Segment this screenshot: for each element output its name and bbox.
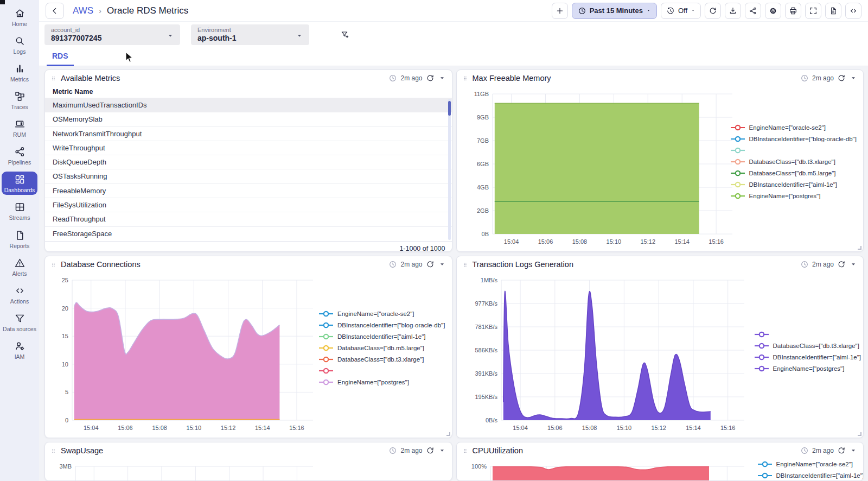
docs-button[interactable]: [825, 3, 841, 19]
sidebar-item-home[interactable]: Home: [2, 5, 37, 29]
share-button[interactable]: [745, 3, 761, 19]
print-button[interactable]: [785, 3, 801, 19]
back-button[interactable]: [46, 3, 64, 19]
pipelines-icon: [14, 146, 25, 157]
refresh-icon[interactable]: [426, 260, 435, 269]
sidebar-item-pipelines[interactable]: Pipelines: [2, 144, 37, 167]
legend-item[interactable]: EngineName=["postgres"]: [319, 379, 445, 385]
sidebar-item-metrics[interactable]: Metrics: [2, 61, 37, 84]
refresh-icon[interactable]: [426, 74, 435, 83]
svg-text:4GB: 4GB: [476, 184, 488, 191]
breadcrumb-root-link[interactable]: AWS: [73, 5, 93, 16]
table-row[interactable]: FileSysUtilization: [45, 198, 452, 212]
add-widget-button[interactable]: [552, 3, 568, 19]
table-row[interactable]: MaximumUsedTransactionIDs: [45, 98, 452, 112]
legend-item[interactable]: DBInstanceIdentifier=["aiml-1e"]: [758, 472, 864, 479]
legend-item[interactable]: [731, 147, 857, 154]
embed-code-button[interactable]: [845, 3, 861, 19]
sidebar-item-logs[interactable]: Logs: [2, 33, 37, 56]
legend-item[interactable]: [319, 368, 445, 374]
legend-item[interactable]: EngineName=["postgres"]: [755, 365, 861, 372]
refresh-icon[interactable]: [837, 446, 846, 455]
legend-marker-icon: [755, 331, 769, 338]
legend-item[interactable]: EngineName=["postgres"]: [731, 193, 857, 199]
sidebar-item-traces[interactable]: Traces: [2, 88, 37, 112]
table-row[interactable]: DiskQueueDepth: [45, 155, 452, 169]
table-row[interactable]: FreeableMemory: [45, 183, 452, 198]
resize-grip[interactable]: [858, 432, 861, 436]
search-icon: [14, 35, 25, 47]
legend-item[interactable]: DBInstanceIdentifier=["blog-oracle-db"]: [731, 136, 857, 142]
drag-handle-icon[interactable]: [50, 262, 56, 268]
legend-marker-icon: [731, 159, 745, 165]
svg-text:9GB: 9GB: [476, 114, 488, 121]
panel-menu-caret-icon[interactable]: [849, 74, 858, 83]
fullscreen-button[interactable]: [805, 3, 821, 19]
table-row[interactable]: ReadThroughput: [45, 212, 452, 226]
panel-menu-caret-icon[interactable]: [438, 260, 446, 269]
legend-item[interactable]: [755, 331, 861, 338]
time-range-selector[interactable]: Past 15 Minutes: [572, 3, 657, 19]
table-row[interactable]: OSMemorySlab: [45, 112, 452, 126]
refresh-icon[interactable]: [837, 260, 846, 269]
legend-item[interactable]: DatabaseClass=["db.t3.xlarge"]: [319, 356, 445, 363]
sidebar-item-iam[interactable]: IAM: [2, 338, 37, 362]
resize-grip[interactable]: [446, 432, 450, 436]
legend-item[interactable]: EngineName=["oracle-se2"]: [731, 124, 857, 131]
refresh-icon[interactable]: [426, 446, 435, 455]
panel-menu-caret-icon[interactable]: [438, 446, 446, 455]
sidebar-item-dashboards[interactable]: Dashboards: [2, 172, 37, 195]
auto-refresh-selector[interactable]: Off: [661, 3, 701, 19]
sidebar-item-actions[interactable]: Actions: [2, 283, 37, 306]
legend-item[interactable]: EngineName=["oracle-se2"]: [319, 311, 445, 317]
table-row[interactable]: OSTasksRunning: [45, 169, 452, 183]
sidebar-item-rum[interactable]: RUM: [2, 116, 37, 140]
chart-legend: DatabaseClass=["db.t3.xlarge"]DBInstance…: [755, 331, 861, 372]
drag-handle-icon[interactable]: [50, 75, 56, 81]
resize-grip[interactable]: [858, 246, 861, 250]
table-row[interactable]: NetworkTransmitThroughput: [45, 126, 452, 141]
sidebar-item-reports[interactable]: Reports: [2, 227, 37, 251]
panel-menu-caret-icon[interactable]: [849, 446, 858, 455]
account-id-filter[interactable]: account_id 891377007245: [44, 24, 180, 45]
main-area: AWS › Oracle RDS Metrics Past 15 Minutes…: [39, 0, 868, 481]
time-range-label: Past 15 Minutes: [590, 7, 643, 15]
sidebar-item-streams[interactable]: Streams: [2, 199, 37, 223]
download-button[interactable]: [725, 3, 741, 19]
tab-rds[interactable]: RDS: [47, 48, 74, 66]
legend-item[interactable]: DBInstanceIdentifier=["aiml-1e"]: [731, 181, 857, 188]
drag-handle-icon[interactable]: [462, 262, 468, 268]
legend-item[interactable]: DBInstanceIdentifier=["aiml-1e"]: [319, 333, 445, 340]
legend-item[interactable]: DatabaseClass=["db.t3.xlarge"]: [755, 343, 861, 349]
svg-text:781KB/s: 781KB/s: [475, 324, 497, 330]
add-filter-button[interactable]: [341, 30, 349, 39]
sidebar-item-data-sources[interactable]: Data sources: [2, 311, 37, 334]
table-scrollbar[interactable]: [448, 99, 451, 240]
table-row[interactable]: WriteThroughput: [45, 141, 452, 155]
table-row[interactable]: FreeStorageSpace: [45, 226, 452, 240]
sidebar-item-label: Logs: [14, 48, 26, 55]
environment-filter[interactable]: Environment ap-south-1: [191, 24, 309, 45]
svg-text:15:12: 15:12: [640, 238, 655, 245]
svg-text:15:12: 15:12: [651, 425, 666, 431]
panel-header: Max Freeable Memory 2m ago: [457, 70, 864, 86]
refresh-button[interactable]: [705, 3, 721, 19]
legend-item[interactable]: EngineName=["oracle-se2"]: [758, 461, 864, 467]
drag-handle-icon[interactable]: [462, 75, 468, 81]
panel-menu-caret-icon[interactable]: [438, 74, 446, 83]
panel-title: Database Connections: [61, 260, 141, 269]
legend-item[interactable]: DBInstanceIdentifier=["blog-oracle-db"]: [319, 322, 445, 328]
drag-handle-icon[interactable]: [50, 448, 56, 454]
drag-handle-icon[interactable]: [462, 448, 468, 454]
svg-text:0: 0: [65, 417, 68, 423]
legend-item[interactable]: DBInstanceIdentifier=["aiml-1e"]: [755, 354, 861, 360]
legend-marker-icon: [319, 368, 333, 374]
refresh-icon[interactable]: [837, 74, 846, 83]
legend-item[interactable]: DatabaseClass=["db.m5.large"]: [319, 345, 445, 351]
sidebar-item-alerts[interactable]: Alerts: [2, 255, 37, 279]
settings-button[interactable]: [765, 3, 781, 19]
legend-item[interactable]: DatabaseClass=["db.t3.xlarge"]: [731, 159, 857, 165]
legend-item[interactable]: DatabaseClass=["db.m5.large"]: [731, 170, 857, 176]
panel-menu-caret-icon[interactable]: [849, 260, 858, 269]
table-scrollbar-thumb[interactable]: [448, 101, 451, 116]
